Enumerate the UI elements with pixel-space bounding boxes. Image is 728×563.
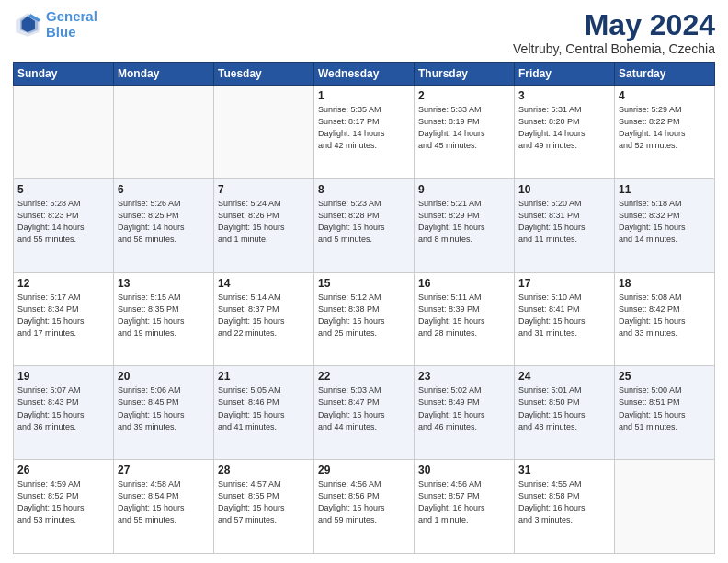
weekday-row: SundayMondayTuesdayWednesdayThursdayFrid… xyxy=(14,63,715,86)
page: General Blue May 2024 Veltruby, Central … xyxy=(0,0,728,563)
day-number: 14 xyxy=(218,277,310,290)
calendar-cell: 27Sunrise: 4:58 AM Sunset: 8:54 PM Dayli… xyxy=(114,460,214,554)
day-number: 16 xyxy=(418,277,510,290)
day-info: Sunrise: 5:21 AM Sunset: 8:29 PM Dayligh… xyxy=(418,198,510,246)
day-info: Sunrise: 4:56 AM Sunset: 8:57 PM Dayligh… xyxy=(418,478,510,526)
weekday-header-monday: Monday xyxy=(114,63,214,86)
day-info: Sunrise: 5:15 AM Sunset: 8:35 PM Dayligh… xyxy=(118,292,210,339)
day-info: Sunrise: 5:17 AM Sunset: 8:34 PM Dayligh… xyxy=(17,292,109,339)
day-number: 17 xyxy=(518,277,610,290)
weekday-header-saturday: Saturday xyxy=(615,63,715,86)
calendar-cell: 2Sunrise: 5:33 AM Sunset: 8:19 PM Daylig… xyxy=(415,86,515,179)
calendar-cell: 24Sunrise: 5:01 AM Sunset: 8:50 PM Dayli… xyxy=(515,366,615,460)
logo-general: General xyxy=(46,8,97,24)
day-number: 22 xyxy=(318,370,410,383)
week-row-5: 26Sunrise: 4:59 AM Sunset: 8:52 PM Dayli… xyxy=(14,460,715,554)
day-number: 20 xyxy=(118,370,210,383)
weekday-header-sunday: Sunday xyxy=(14,63,114,86)
calendar-cell: 23Sunrise: 5:02 AM Sunset: 8:49 PM Dayli… xyxy=(415,366,515,460)
day-number: 18 xyxy=(619,277,711,290)
day-number: 13 xyxy=(118,277,210,290)
day-number: 21 xyxy=(218,370,310,383)
day-info: Sunrise: 5:31 AM Sunset: 8:20 PM Dayligh… xyxy=(518,104,610,152)
day-number: 6 xyxy=(118,183,210,196)
logo: General Blue xyxy=(13,9,97,40)
day-info: Sunrise: 5:08 AM Sunset: 8:42 PM Dayligh… xyxy=(619,292,711,339)
calendar-cell: 6Sunrise: 5:26 AM Sunset: 8:25 PM Daylig… xyxy=(114,178,214,272)
day-number: 3 xyxy=(518,89,610,102)
day-info: Sunrise: 5:03 AM Sunset: 8:47 PM Dayligh… xyxy=(318,385,410,432)
logo-text: General Blue xyxy=(46,9,97,40)
day-info: Sunrise: 4:57 AM Sunset: 8:55 PM Dayligh… xyxy=(218,478,310,526)
calendar-cell: 20Sunrise: 5:06 AM Sunset: 8:45 PM Dayli… xyxy=(114,366,214,460)
day-info: Sunrise: 5:12 AM Sunset: 8:38 PM Dayligh… xyxy=(318,292,410,339)
day-info: Sunrise: 5:14 AM Sunset: 8:37 PM Dayligh… xyxy=(218,292,310,339)
calendar-table: SundayMondayTuesdayWednesdayThursdayFrid… xyxy=(13,62,715,554)
calendar-cell xyxy=(114,86,214,179)
day-info: Sunrise: 5:02 AM Sunset: 8:49 PM Dayligh… xyxy=(418,385,510,432)
day-info: Sunrise: 5:10 AM Sunset: 8:41 PM Dayligh… xyxy=(518,292,610,339)
logo-icon xyxy=(13,10,42,40)
day-number: 28 xyxy=(218,464,310,477)
calendar-cell: 1Sunrise: 5:35 AM Sunset: 8:17 PM Daylig… xyxy=(314,86,415,179)
day-number: 24 xyxy=(518,370,610,383)
day-info: Sunrise: 5:24 AM Sunset: 8:26 PM Dayligh… xyxy=(218,198,310,246)
calendar-cell: 7Sunrise: 5:24 AM Sunset: 8:26 PM Daylig… xyxy=(214,178,314,272)
calendar-cell: 9Sunrise: 5:21 AM Sunset: 8:29 PM Daylig… xyxy=(415,178,515,272)
day-number: 26 xyxy=(17,464,109,477)
calendar-cell: 12Sunrise: 5:17 AM Sunset: 8:34 PM Dayli… xyxy=(14,272,114,366)
calendar-cell: 8Sunrise: 5:23 AM Sunset: 8:28 PM Daylig… xyxy=(314,178,415,272)
calendar-cell: 18Sunrise: 5:08 AM Sunset: 8:42 PM Dayli… xyxy=(615,272,715,366)
day-number: 30 xyxy=(418,464,510,477)
calendar-cell: 10Sunrise: 5:20 AM Sunset: 8:31 PM Dayli… xyxy=(515,178,615,272)
calendar-cell: 19Sunrise: 5:07 AM Sunset: 8:43 PM Dayli… xyxy=(14,366,114,460)
day-number: 31 xyxy=(518,464,610,477)
day-info: Sunrise: 4:58 AM Sunset: 8:54 PM Dayligh… xyxy=(118,478,210,526)
header: General Blue May 2024 Veltruby, Central … xyxy=(13,9,715,56)
calendar-cell: 28Sunrise: 4:57 AM Sunset: 8:55 PM Dayli… xyxy=(214,460,314,554)
calendar-body: 1Sunrise: 5:35 AM Sunset: 8:17 PM Daylig… xyxy=(14,86,715,554)
calendar-cell xyxy=(14,86,114,179)
day-info: Sunrise: 5:29 AM Sunset: 8:22 PM Dayligh… xyxy=(619,104,711,152)
day-info: Sunrise: 5:26 AM Sunset: 8:25 PM Dayligh… xyxy=(118,198,210,246)
day-info: Sunrise: 5:00 AM Sunset: 8:51 PM Dayligh… xyxy=(619,385,711,432)
day-number: 12 xyxy=(17,277,109,290)
day-number: 19 xyxy=(17,370,109,383)
weekday-header-tuesday: Tuesday xyxy=(214,63,314,86)
day-number: 10 xyxy=(518,183,610,196)
day-info: Sunrise: 5:20 AM Sunset: 8:31 PM Dayligh… xyxy=(518,198,610,246)
day-number: 11 xyxy=(619,183,711,196)
calendar-cell: 16Sunrise: 5:11 AM Sunset: 8:39 PM Dayli… xyxy=(415,272,515,366)
day-info: Sunrise: 4:59 AM Sunset: 8:52 PM Dayligh… xyxy=(17,478,109,526)
day-info: Sunrise: 5:28 AM Sunset: 8:23 PM Dayligh… xyxy=(17,198,109,246)
main-title: May 2024 xyxy=(513,9,715,41)
calendar-cell: 3Sunrise: 5:31 AM Sunset: 8:20 PM Daylig… xyxy=(515,86,615,179)
day-info: Sunrise: 5:18 AM Sunset: 8:32 PM Dayligh… xyxy=(619,198,711,246)
day-number: 15 xyxy=(318,277,410,290)
calendar-cell: 26Sunrise: 4:59 AM Sunset: 8:52 PM Dayli… xyxy=(14,460,114,554)
day-number: 29 xyxy=(318,464,410,477)
day-number: 4 xyxy=(619,89,711,102)
calendar-cell: 31Sunrise: 4:55 AM Sunset: 8:58 PM Dayli… xyxy=(515,460,615,554)
calendar-cell: 4Sunrise: 5:29 AM Sunset: 8:22 PM Daylig… xyxy=(615,86,715,179)
calendar-cell: 22Sunrise: 5:03 AM Sunset: 8:47 PM Dayli… xyxy=(314,366,415,460)
calendar-cell xyxy=(615,460,715,554)
day-number: 25 xyxy=(619,370,711,383)
day-number: 1 xyxy=(318,89,410,102)
day-info: Sunrise: 5:35 AM Sunset: 8:17 PM Dayligh… xyxy=(318,104,410,152)
day-number: 5 xyxy=(17,183,109,196)
day-info: Sunrise: 5:05 AM Sunset: 8:46 PM Dayligh… xyxy=(218,385,310,432)
day-number: 7 xyxy=(218,183,310,196)
calendar-cell: 15Sunrise: 5:12 AM Sunset: 8:38 PM Dayli… xyxy=(314,272,415,366)
calendar-cell: 13Sunrise: 5:15 AM Sunset: 8:35 PM Dayli… xyxy=(114,272,214,366)
week-row-2: 5Sunrise: 5:28 AM Sunset: 8:23 PM Daylig… xyxy=(14,178,715,272)
weekday-header-thursday: Thursday xyxy=(415,63,515,86)
day-info: Sunrise: 5:33 AM Sunset: 8:19 PM Dayligh… xyxy=(418,104,510,152)
day-info: Sunrise: 5:07 AM Sunset: 8:43 PM Dayligh… xyxy=(17,385,109,432)
title-block: May 2024 Veltruby, Central Bohemia, Czec… xyxy=(513,9,715,56)
week-row-1: 1Sunrise: 5:35 AM Sunset: 8:17 PM Daylig… xyxy=(14,86,715,179)
calendar-cell: 29Sunrise: 4:56 AM Sunset: 8:56 PM Dayli… xyxy=(314,460,415,554)
calendar-cell: 5Sunrise: 5:28 AM Sunset: 8:23 PM Daylig… xyxy=(14,178,114,272)
day-number: 8 xyxy=(318,183,410,196)
week-row-3: 12Sunrise: 5:17 AM Sunset: 8:34 PM Dayli… xyxy=(14,272,715,366)
